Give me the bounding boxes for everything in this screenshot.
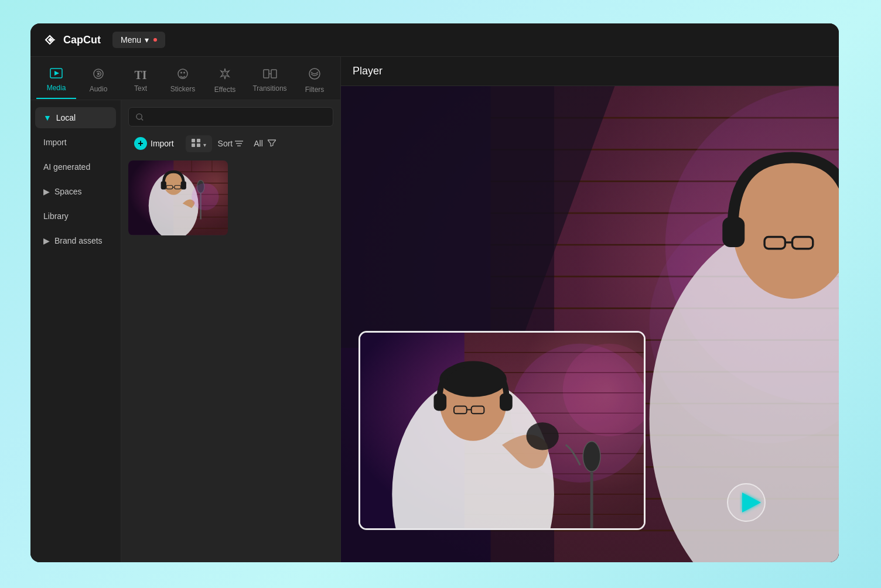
- app-window: CapCut Menu ▾ Media: [30, 23, 839, 562]
- header: CapCut Menu ▾: [30, 23, 839, 57]
- effects-tab-icon: [218, 67, 231, 83]
- svg-point-5: [97, 73, 100, 75]
- left-panel: Media Audio TI Text: [30, 57, 341, 562]
- spaces-arrow-icon: ▶: [43, 187, 50, 196]
- svg-rect-36: [161, 182, 166, 190]
- capcut-logo-icon: [42, 32, 59, 48]
- thumbnail-image: [128, 160, 228, 235]
- sidebar-spaces-label: Spaces: [54, 187, 82, 196]
- sidebar-item-brand-assets[interactable]: ▶ Brand assets: [35, 230, 116, 251]
- video-preview-card[interactable]: [358, 331, 646, 530]
- sidebar-item-library[interactable]: Library: [35, 206, 116, 227]
- filter-button[interactable]: All: [249, 136, 280, 151]
- logo: CapCut: [42, 32, 101, 48]
- grid-icon: [192, 139, 201, 147]
- text-tab-icon: TI: [134, 69, 146, 82]
- tab-filters[interactable]: Filters: [295, 63, 334, 100]
- player-header: Player: [341, 57, 839, 86]
- view-toggle-button[interactable]: ▾: [186, 135, 212, 152]
- menu-label: Menu: [121, 35, 141, 45]
- audio-tab-icon: [93, 68, 104, 83]
- chevron-down-icon: ▾: [203, 142, 206, 148]
- filters-tab-icon: [308, 67, 321, 83]
- filter-label: All: [254, 139, 263, 148]
- sidebar-item-import[interactable]: Import: [35, 132, 116, 153]
- transitions-tab-icon: [263, 69, 277, 82]
- media-content: + Import ▾: [121, 100, 340, 562]
- svg-rect-37: [181, 182, 186, 190]
- toolbar-tabs: Media Audio TI Text: [30, 57, 340, 100]
- sidebar-import-label: Import: [43, 138, 67, 147]
- menu-button[interactable]: Menu ▾: [112, 32, 165, 48]
- svg-point-84: [439, 362, 507, 396]
- sidebar-brand-assets-label: Brand assets: [54, 236, 103, 245]
- audio-tab-label: Audio: [90, 85, 108, 93]
- svg-rect-15: [197, 139, 200, 142]
- import-plus-icon: +: [134, 137, 147, 150]
- search-input[interactable]: [148, 112, 326, 121]
- local-arrow-icon: ▼: [43, 113, 52, 122]
- tab-text[interactable]: TI Text: [121, 64, 161, 98]
- preview-video-content: [360, 333, 644, 528]
- svg-rect-88: [433, 394, 446, 411]
- filters-tab-label: Filters: [305, 86, 325, 94]
- svg-point-12: [136, 114, 142, 119]
- svg-rect-89: [500, 394, 513, 411]
- sort-icon: [235, 140, 243, 147]
- tab-stickers[interactable]: Stickers: [163, 63, 203, 99]
- play-cursor-icon: [725, 481, 769, 522]
- app-name: CapCut: [63, 34, 101, 46]
- svg-marker-3: [54, 71, 59, 76]
- search-bar: [128, 107, 333, 127]
- svg-point-7: [180, 72, 182, 74]
- effects-tab-label: Effects: [214, 86, 235, 94]
- svg-rect-14: [192, 139, 195, 142]
- media-grid: [128, 160, 333, 235]
- brand-assets-arrow-icon: ▶: [43, 236, 50, 245]
- media-tab-icon: [50, 68, 63, 81]
- svg-line-13: [141, 118, 143, 120]
- stickers-tab-icon: [177, 68, 189, 83]
- player-title: Player: [353, 65, 383, 77]
- svg-rect-65: [722, 217, 745, 247]
- sidebar-ai-label: AI generated: [43, 162, 90, 172]
- main-content: Media Audio TI Text: [30, 57, 839, 562]
- sidebar-item-spaces[interactable]: ▶ Spaces: [35, 181, 116, 202]
- sidebar-local-label: Local: [56, 113, 76, 122]
- tab-audio[interactable]: Audio: [78, 63, 118, 99]
- import-button[interactable]: + Import: [128, 134, 180, 153]
- sort-label: Sort: [218, 139, 233, 148]
- svg-rect-16: [192, 143, 195, 147]
- text-tab-label: Text: [134, 84, 147, 93]
- menu-arrow-icon: ▾: [145, 35, 149, 45]
- svg-rect-9: [264, 70, 269, 78]
- svg-point-8: [183, 72, 185, 74]
- transitions-tab-label: Transitions: [252, 84, 286, 93]
- notification-dot: [153, 38, 157, 42]
- tab-transitions[interactable]: Transitions: [247, 64, 292, 98]
- right-panel: Player: [341, 57, 839, 562]
- panel-body: ▼ Local Import AI generated ▶ Spaces Lib: [30, 100, 340, 562]
- svg-rect-10: [271, 70, 276, 78]
- player-area: [341, 86, 839, 562]
- tab-effects[interactable]: Effects: [205, 63, 245, 100]
- sidebar-item-ai-generated[interactable]: AI generated: [35, 156, 116, 177]
- svg-point-90: [526, 422, 558, 450]
- sort-button[interactable]: Sort: [218, 139, 244, 148]
- sidebar-library-label: Library: [43, 211, 69, 221]
- media-tab-label: Media: [47, 84, 66, 92]
- svg-point-41: [192, 183, 218, 210]
- search-icon: [136, 113, 144, 121]
- play-cursor[interactable]: [725, 481, 769, 524]
- sidebar-item-local[interactable]: ▼ Local: [35, 107, 116, 128]
- import-label: Import: [151, 139, 174, 148]
- sidebar-nav: ▼ Local Import AI generated ▶ Spaces Lib: [30, 100, 121, 562]
- tab-media[interactable]: Media: [36, 63, 76, 99]
- media-toolbar: + Import ▾: [128, 134, 333, 153]
- stickers-tab-label: Stickers: [170, 85, 196, 93]
- svg-rect-17: [197, 143, 200, 147]
- filter-icon: [268, 139, 276, 146]
- svg-point-92: [583, 442, 600, 471]
- media-thumbnail-1[interactable]: [128, 160, 228, 235]
